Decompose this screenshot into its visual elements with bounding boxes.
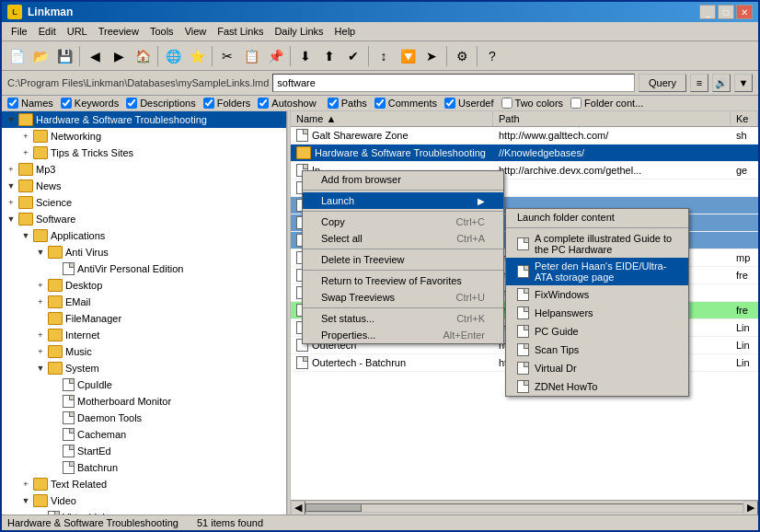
expand-news[interactable]: ▼: [4, 179, 18, 193]
open-btn[interactable]: 📂: [29, 45, 52, 67]
dropdown-btn[interactable]: ▼: [734, 74, 753, 92]
import-btn[interactable]: ⬇: [294, 45, 317, 67]
expand-music[interactable]: +: [33, 344, 48, 359]
menu-tools[interactable]: Tools: [144, 24, 179, 39]
query-button[interactable]: Query: [639, 74, 686, 92]
tree-item-fileman[interactable]: + FileManager: [2, 310, 286, 327]
arrow-btn[interactable]: ➤: [420, 45, 443, 67]
back-btn[interactable]: ◀: [84, 45, 106, 67]
expand-video[interactable]: ▼: [18, 493, 33, 508]
col-header-key[interactable]: Ke: [731, 111, 758, 126]
context-menu[interactable]: Add from browser Launch ▶ Copy Ctrl+C Se…: [302, 170, 504, 344]
tree-item-tips[interactable]: + Tips & Tricks Sites: [2, 145, 286, 161]
menu-view[interactable]: View: [179, 24, 213, 39]
tree-item-hw-sw[interactable]: ▼ Hardware & Software Troubleshooting: [2, 111, 286, 128]
sub-launch-folder[interactable]: Launch folder content: [506, 209, 688, 226]
check-btn[interactable]: ✔: [342, 45, 364, 67]
tree-item-started[interactable]: + StartEd: [2, 443, 286, 459]
star-btn[interactable]: ⭐: [186, 45, 208, 67]
filter-twocolors[interactable]: Two colors: [501, 98, 564, 109]
menu-fastlinks[interactable]: Fast Links: [212, 24, 269, 39]
sub-pcguide[interactable]: PC Guide: [506, 322, 688, 341]
expand-mp3[interactable]: +: [4, 162, 18, 177]
cut-btn[interactable]: ✂: [216, 45, 238, 67]
sub-eide[interactable]: Peter den Haan's EIDE/Ultra-ATA storage …: [506, 258, 688, 285]
filter-autoshow[interactable]: Autoshow: [258, 98, 316, 109]
tree-item-email[interactable]: + EMail: [2, 294, 286, 310]
menu-edit[interactable]: Edit: [33, 24, 62, 39]
h-scrollbar[interactable]: ◀ ▶: [291, 500, 758, 515]
list-row[interactable]: Hardware & Software Troubleshooting //Kn…: [291, 145, 758, 162]
expand-system[interactable]: ▼: [33, 361, 48, 376]
ctx-properties[interactable]: Properties... Alt+Enter: [303, 327, 503, 343]
expand-applications[interactable]: ▼: [18, 228, 33, 243]
filter-userdef[interactable]: Userdef: [444, 98, 494, 109]
tree-item-mp3[interactable]: + Mp3: [2, 161, 286, 178]
settings-btn[interactable]: ⚙: [451, 45, 473, 67]
expand-internet[interactable]: +: [33, 328, 48, 342]
menu-file[interactable]: File: [6, 24, 33, 39]
ctx-launch[interactable]: Launch ▶: [303, 192, 503, 209]
sort-btn[interactable]: ↕: [373, 45, 395, 67]
paste-btn[interactable]: 📌: [264, 45, 286, 67]
minimize-button[interactable]: _: [699, 5, 716, 19]
maximize-button[interactable]: □: [718, 5, 734, 19]
expand-textrelated[interactable]: +: [18, 477, 33, 492]
submenu[interactable]: Launch folder content A complete illustr…: [505, 208, 689, 397]
sub-helpanswers[interactable]: Helpanswers: [506, 304, 688, 322]
expand-hw-sw[interactable]: ▼: [4, 112, 18, 127]
view-toggle-btn[interactable]: ≡: [690, 74, 708, 92]
tree-item-daemon[interactable]: + Daemon Tools: [2, 410, 286, 426]
tree-item-system[interactable]: ▼ System: [2, 360, 286, 376]
menu-dailylinks[interactable]: Daily Links: [269, 24, 328, 39]
export-btn[interactable]: ⬆: [318, 45, 340, 67]
tree-item-textrelated[interactable]: + Text Related: [2, 476, 286, 492]
sub-scantips[interactable]: Scan Tips: [506, 341, 688, 359]
expand-software[interactable]: ▼: [4, 212, 18, 226]
tree-item-software[interactable]: ▼ Software: [2, 211, 286, 227]
scroll-thumb[interactable]: [306, 504, 362, 512]
ctx-select-all[interactable]: Select all Ctrl+A: [303, 230, 503, 247]
scroll-left-btn[interactable]: ◀: [291, 501, 305, 515]
tree-item-mbm[interactable]: + Motherboard Monitor: [2, 393, 286, 410]
expand-email[interactable]: +: [33, 295, 48, 309]
tree-item-batchrun[interactable]: + Batchrun: [2, 459, 286, 476]
ctx-set-status[interactable]: Set status... Ctrl+K: [303, 310, 503, 327]
expand-networking[interactable]: +: [18, 129, 33, 144]
ctx-swap-treeviews[interactable]: Swap Treeviews Ctrl+U: [303, 289, 503, 306]
tree-item-news[interactable]: ▼ News: [2, 178, 286, 194]
tree-item-antivir[interactable]: + AntiVir Personal Edition: [2, 260, 286, 277]
filter-folders[interactable]: Folders: [203, 98, 251, 109]
home-btn[interactable]: 🏠: [132, 45, 154, 67]
ctx-delete-treeview[interactable]: Delete in Treeview: [303, 251, 503, 268]
globe-btn[interactable]: 🌐: [162, 45, 184, 67]
col-header-name[interactable]: Name ▲: [291, 111, 493, 126]
copy-btn[interactable]: 📋: [240, 45, 262, 67]
ctx-return-favorites[interactable]: Return to Treeview of Favorites: [303, 272, 503, 289]
new-btn[interactable]: 📄: [6, 45, 28, 67]
ctx-add-from-browser[interactable]: Add from browser: [303, 171, 503, 188]
filter-descriptions[interactable]: Descriptions: [126, 98, 196, 109]
menu-treeview[interactable]: Treeview: [93, 24, 144, 39]
filter-paths[interactable]: Paths: [328, 98, 367, 109]
help-btn[interactable]: ?: [481, 45, 503, 67]
tree-item-networking[interactable]: + Networking: [2, 128, 286, 145]
scroll-track[interactable]: [305, 503, 743, 513]
menu-url[interactable]: URL: [62, 24, 93, 39]
tree-item-video[interactable]: ▼ Video: [2, 492, 286, 509]
expand-tips[interactable]: +: [18, 145, 33, 160]
tree-item-cacheman[interactable]: + Cacheman: [2, 426, 286, 443]
save-btn[interactable]: 💾: [53, 45, 75, 67]
tree-item-desktop[interactable]: + Desktop: [2, 277, 286, 294]
forward-btn[interactable]: ▶: [108, 45, 130, 67]
sub-virtualdr[interactable]: Virtual Dr: [506, 359, 688, 377]
expand-desktop[interactable]: +: [33, 278, 48, 293]
filter-btn[interactable]: 🔽: [397, 45, 419, 67]
tree-item-antivirus[interactable]: ▼ Anti Virus: [2, 244, 286, 260]
tree-item-internet[interactable]: + Internet: [2, 327, 286, 343]
expand-science[interactable]: +: [4, 195, 18, 210]
tree-item-science[interactable]: + Science: [2, 194, 286, 211]
tree-item-applications[interactable]: ▼ Applications: [2, 227, 286, 244]
filter-comments[interactable]: Comments: [374, 98, 437, 109]
sub-zdnet[interactable]: ZDNet HowTo: [506, 377, 688, 396]
